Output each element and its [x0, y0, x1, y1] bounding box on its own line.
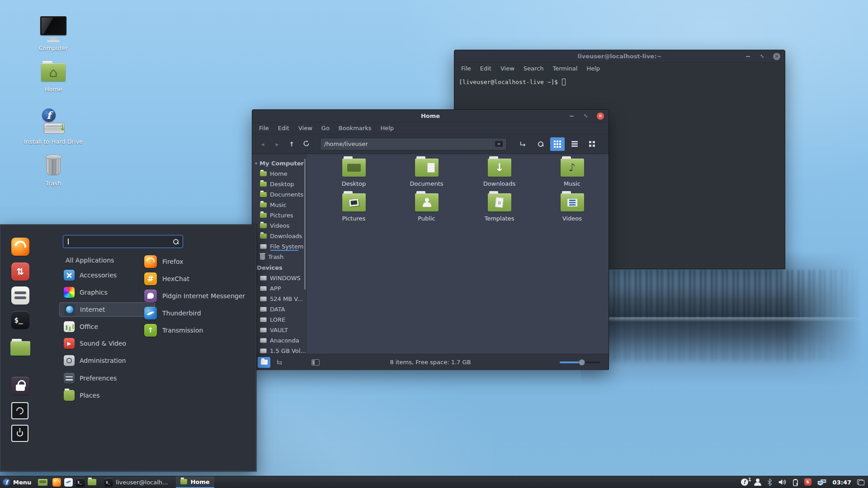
desktop-icon-trash[interactable]: Trash [24, 154, 83, 187]
maximize-button[interactable]: ↔ [759, 53, 766, 60]
toggle-location-entry-icon[interactable] [516, 137, 530, 151]
folder-item-templates[interactable]: a Templates [472, 193, 527, 222]
show-desktop-button[interactable] [38, 479, 47, 486]
minimize-button[interactable] [568, 113, 575, 120]
menu-search-box[interactable] [63, 235, 183, 248]
menu-view[interactable]: View [294, 123, 316, 133]
close-button[interactable]: ✕ [773, 53, 780, 60]
menu-bookmarks[interactable]: Bookmarks [335, 123, 376, 133]
category-administration[interactable]: Administration [59, 353, 155, 368]
path-input[interactable] [324, 141, 495, 147]
menu-view[interactable]: View [496, 63, 519, 74]
desktop-icon-home[interactable]: ⌂ Home [24, 63, 83, 93]
folder-item-music[interactable]: ♪ Music [545, 159, 599, 187]
sidebar-item-vault[interactable]: VAULT [252, 325, 306, 335]
favorite-firefox-icon[interactable] [11, 238, 29, 256]
sidebar-item-trash[interactable]: Trash [252, 252, 306, 262]
folder-item-documents[interactable]: Documents [400, 159, 454, 187]
sidebar-item-pictures[interactable]: Pictures [252, 210, 306, 221]
sidebar-item-file-system[interactable]: File System [252, 241, 306, 252]
menu-terminal[interactable]: Terminal [548, 63, 581, 74]
menu-button[interactable]: f Menu [0, 476, 36, 488]
desktop-icon-install[interactable]: f ↓ Install to Hard Drive [24, 108, 83, 145]
folder-item-desktop[interactable]: Desktop [327, 159, 381, 187]
terminal-launcher-icon[interactable]: $_ [76, 478, 85, 487]
zoom-slider-knob[interactable] [579, 359, 585, 366]
favorite-terminal-icon[interactable]: $_ [11, 311, 29, 329]
sidebar-item-documents[interactable]: Documents [252, 189, 306, 200]
sidebar-item-anaconda[interactable]: Anaconda [252, 335, 306, 346]
firefox-launcher-icon[interactable] [52, 478, 61, 487]
text-editor-launcher-icon[interactable] [64, 478, 73, 487]
category-preferences[interactable]: Preferences [59, 371, 155, 385]
lock-screen-icon[interactable] [11, 377, 29, 395]
app-item-thunderbird[interactable]: Thunderbird [141, 305, 253, 321]
folder-item-pictures[interactable]: Pictures [327, 193, 381, 222]
window-switcher-icon[interactable] [857, 479, 864, 485]
clear-path-icon[interactable]: ✕ [495, 141, 503, 147]
shutdown-icon[interactable] [11, 425, 28, 442]
bluetooth-icon[interactable] [767, 479, 772, 486]
sidebar-item-videos[interactable]: Videos [252, 221, 306, 231]
volume-icon[interactable] [778, 479, 787, 486]
forward-icon[interactable]: ▸ [271, 141, 283, 148]
sidebar-item-15gb-volume[interactable]: 1.5 GB Vol... [252, 346, 306, 354]
expander-icon[interactable]: ▾ [255, 161, 257, 166]
folder-item-videos[interactable]: Videos [545, 193, 599, 222]
notifications-icon[interactable]: !1 [741, 479, 748, 486]
app-item-pidgin[interactable]: Pidgin Internet Messenger [141, 288, 253, 304]
zoom-slider[interactable] [560, 361, 600, 363]
minimize-button[interactable] [744, 53, 751, 60]
sidebar-item-524mb-volume[interactable]: 524 MB V... [252, 294, 306, 304]
folder-item-downloads[interactable]: ↓ Downloads [472, 159, 527, 187]
favorite-files-icon[interactable] [10, 339, 28, 357]
sidebar-item-data[interactable]: DATA [252, 304, 306, 314]
menu-search[interactable]: Search [519, 63, 548, 74]
up-icon[interactable]: ↑ [286, 141, 297, 148]
location-bar[interactable]: ✕ [320, 138, 507, 150]
taskbar-window-home[interactable]: Home [176, 476, 214, 488]
compact-view-button[interactable] [585, 137, 599, 151]
menu-help[interactable]: Help [582, 63, 604, 74]
taskbar-window-terminal[interactable]: $_ liveuser@localh... [100, 476, 172, 488]
sidebar-item-desktop[interactable]: Desktop [252, 179, 306, 189]
category-places[interactable]: Places [59, 388, 155, 403]
file-manager-titlebar[interactable]: Home ↔ ✕ [252, 110, 609, 122]
clock[interactable]: 03:47 [833, 479, 851, 486]
favorite-system-settings-icon[interactable] [11, 286, 29, 305]
updates-available-icon[interactable]: ⇅ [804, 479, 811, 486]
category-sound-video[interactable]: Sound & Video [59, 336, 155, 351]
app-item-transmission[interactable]: ↑Transmission [141, 323, 253, 338]
close-button[interactable]: ✕ [597, 113, 604, 120]
folder-item-public[interactable]: Public [400, 193, 454, 222]
search-icon[interactable] [533, 137, 547, 151]
maximize-button[interactable]: ↔ [582, 113, 590, 120]
sidebar-item-home[interactable]: Home [252, 169, 306, 179]
terminal-output[interactable]: [liveuser@localhost-live ~]$ [454, 74, 785, 90]
sidebar-item-lore[interactable]: LORE [252, 314, 306, 325]
user-applet-icon[interactable] [754, 479, 761, 486]
network-icon[interactable] [817, 479, 827, 486]
menu-search-input[interactable] [68, 238, 173, 245]
sidebar-item-app[interactable]: APP [252, 283, 306, 294]
sidebar-item-music[interactable]: Music [252, 200, 306, 210]
menu-go[interactable]: Go [317, 123, 334, 133]
favorite-software-updater-icon[interactable]: ⇅ [11, 263, 29, 281]
sidebar-scrollbar[interactable] [304, 159, 306, 290]
refresh-icon[interactable] [300, 140, 312, 148]
sidebar-item-downloads[interactable]: Downloads [252, 231, 306, 241]
list-view-button[interactable] [567, 137, 582, 151]
icon-view-button[interactable] [550, 137, 565, 151]
battery-icon[interactable] [793, 479, 798, 486]
menu-file[interactable]: File [457, 63, 475, 74]
file-manager-window[interactable]: Home ↔ ✕ File Edit View Go Bookmarks Hel… [252, 109, 609, 370]
app-item-hexchat[interactable]: #HexChat [141, 271, 253, 286]
app-item-firefox[interactable]: Firefox [141, 254, 253, 269]
terminal-titlebar[interactable]: liveuser@localhost-live:~ ↔ ✕ [454, 50, 785, 63]
sidebar-item-windows[interactable]: WINDOWS [252, 273, 306, 283]
desktop-icon-computer[interactable]: Computer [24, 16, 83, 52]
file-icon-view[interactable]: Desktop Documents ↓ Downloads ♪ Music Pi… [307, 154, 609, 354]
menu-edit[interactable]: Edit [274, 123, 293, 133]
menu-edit[interactable]: Edit [476, 63, 495, 74]
back-icon[interactable]: ◂ [257, 141, 269, 148]
